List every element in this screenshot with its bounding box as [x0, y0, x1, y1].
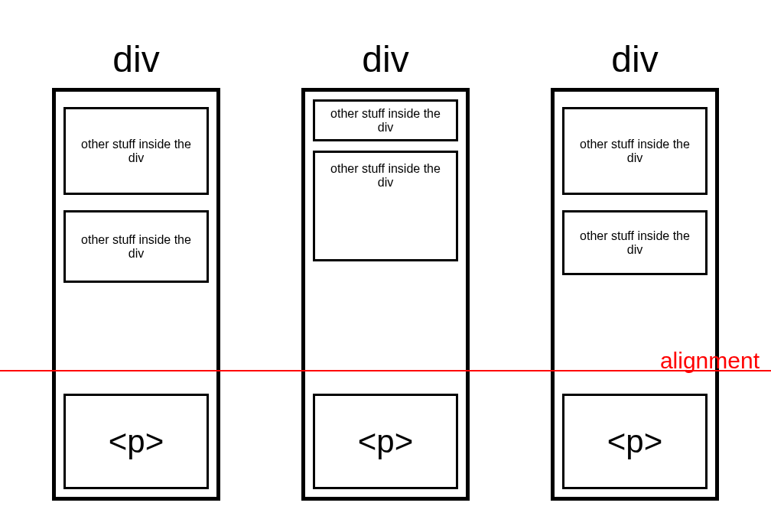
inner-box-1-2: other stuff inside the div [63, 210, 209, 283]
column-3: div other stuff inside the div other stu… [551, 38, 719, 501]
column-2: div other stuff inside the div other stu… [301, 38, 470, 501]
column-3-label: div [611, 38, 658, 80]
column-2-label: div [362, 38, 408, 80]
p-box-2: <p> [313, 394, 458, 489]
alignment-label: alignment [660, 348, 760, 374]
top-area-1: other stuff inside the div other stuff i… [63, 99, 209, 394]
p-box-1: <p> [63, 394, 209, 489]
inner-box-3-2: other stuff inside the div [562, 210, 708, 275]
inner-box-3-1: other stuff inside the div [562, 107, 708, 195]
top-area-2: other stuff inside the div other stuff i… [313, 99, 458, 394]
div-box-1: other stuff inside the div other stuff i… [52, 88, 220, 501]
column-1: div other stuff inside the div other stu… [52, 38, 220, 501]
inner-box-1-1: other stuff inside the div [63, 107, 209, 195]
inner-box-2-2: other stuff inside the div [313, 151, 458, 261]
p-box-3: <p> [562, 394, 708, 489]
inner-box-2-1: other stuff inside the div [313, 99, 458, 141]
div-box-2: other stuff inside the div other stuff i… [301, 88, 470, 501]
div-box-3: other stuff inside the div other stuff i… [551, 88, 719, 501]
diagram-container: div other stuff inside the div other stu… [0, 0, 771, 501]
column-1-label: div [112, 38, 159, 80]
